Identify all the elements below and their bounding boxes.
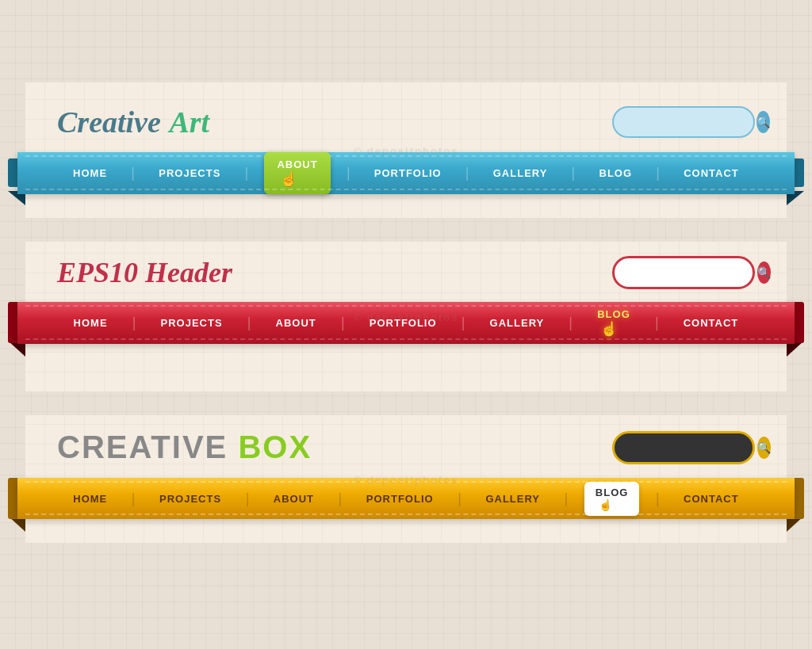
nav-orange-contact[interactable]: CONTACT bbox=[676, 487, 747, 511]
ribbon-orange-nav: HOME | PROJECTS | ABOUT | PORTFOLIO | GA… bbox=[17, 478, 795, 519]
ribbon-red: HOME | PROJECTS | ABOUT | PORTFOLIO | GA… bbox=[17, 302, 795, 344]
nav-divider: | bbox=[341, 315, 345, 331]
spacer-red bbox=[25, 344, 787, 368]
ribbon-blue-nav: HOME | PROJECTS | ABOUT☝ | PORTFOLIO | G… bbox=[17, 152, 795, 194]
nav-blue-gallery[interactable]: GALLERY bbox=[485, 161, 556, 185]
search-input-blue[interactable] bbox=[623, 116, 756, 128]
nav-blue-about[interactable]: ABOUT☝ bbox=[264, 152, 330, 194]
search-button-orange[interactable]: 🔍 bbox=[757, 437, 771, 459]
logo-creative-art: Creative Art bbox=[57, 105, 209, 139]
nav-blue-portfolio[interactable]: PORTFOLIO bbox=[366, 161, 450, 185]
nav-divider: | bbox=[347, 165, 350, 181]
nav-divider: | bbox=[462, 315, 465, 331]
cursor-icon: ☝ bbox=[280, 170, 298, 188]
nav-orange-gallery[interactable]: GALLERY bbox=[477, 487, 548, 511]
nav-orange: HOME | PROJECTS | ABOUT | PORTFOLIO | GA… bbox=[57, 482, 755, 516]
header-1: Creative Art 🔍 bbox=[25, 97, 787, 152]
ribbon-orange: HOME | PROJECTS | ABOUT | PORTFOLIO | GA… bbox=[17, 478, 795, 519]
header-2: EPS10 Header 🔍 bbox=[25, 242, 787, 302]
nav-divider: | bbox=[247, 315, 251, 331]
nav-blue-projects[interactable]: PROJECTS bbox=[151, 161, 228, 185]
section-orange: CREATIVE BOX 🔍 HOME | PROJECTS | ABOUT |… bbox=[25, 415, 787, 543]
creative-box-title: CREATIVE BOX bbox=[57, 429, 312, 465]
header-text: Header bbox=[145, 257, 232, 288]
search-input-red[interactable] bbox=[624, 267, 757, 279]
nav-divider: | bbox=[131, 165, 135, 181]
nav-divider: | bbox=[656, 165, 660, 181]
nav-divider: | bbox=[458, 491, 462, 507]
nav-red-about[interactable]: ABOUT bbox=[268, 311, 324, 335]
nav-red-projects[interactable]: PROJECTS bbox=[153, 311, 231, 335]
creative-gray-text: CREATIVE bbox=[57, 429, 228, 464]
nav-divider: | bbox=[565, 491, 569, 507]
nav-blue-home[interactable]: HOME bbox=[65, 161, 115, 185]
spacer-blue bbox=[25, 194, 787, 218]
search-box-blue[interactable]: 🔍 bbox=[612, 106, 755, 138]
ribbon-blue: HOME | PROJECTS | ABOUT☝ | PORTFOLIO | G… bbox=[17, 152, 795, 194]
nav-blue-blog[interactable]: BLOG bbox=[592, 161, 641, 185]
nav-divider: | bbox=[465, 165, 469, 181]
nav-red-blog[interactable]: BLOG☝ bbox=[589, 302, 638, 344]
page-wrapper: Creative Art 🔍 HOME | PROJECTS | ABOUT☝ … bbox=[25, 67, 787, 582]
nav-orange-home[interactable]: HOME bbox=[65, 487, 115, 511]
search-box-orange[interactable]: 🔍 bbox=[612, 431, 755, 464]
nav-orange-projects[interactable]: PROJECTS bbox=[151, 487, 229, 511]
box-green-text: BOX bbox=[228, 429, 312, 464]
section-red: EPS10 Header 🔍 HOME | PROJECTS | ABOUT |… bbox=[25, 242, 787, 391]
nav-divider: | bbox=[339, 491, 343, 507]
nav-divider: | bbox=[132, 315, 136, 331]
nav-divider: | bbox=[569, 315, 573, 331]
nav-divider: | bbox=[245, 165, 249, 181]
nav-blue-contact[interactable]: CONTACT bbox=[676, 161, 747, 185]
nav-red-home[interactable]: HOME bbox=[66, 311, 116, 335]
nav-orange-about[interactable]: ABOUT bbox=[266, 487, 322, 511]
logo-creative: Creative bbox=[57, 105, 161, 139]
nav-divider: | bbox=[655, 315, 659, 331]
cursor-icon-red: ☝ bbox=[600, 320, 619, 338]
search-button-blue[interactable]: 🔍 bbox=[756, 111, 770, 133]
nav-orange-portfolio[interactable]: PORTFOLIO bbox=[358, 487, 442, 511]
nav-blue: HOME | PROJECTS | ABOUT☝ | PORTFOLIO | G… bbox=[57, 152, 755, 194]
logo-art: Art bbox=[169, 105, 209, 139]
nav-divider: | bbox=[246, 491, 250, 507]
nav-divider: | bbox=[572, 165, 576, 181]
nav-red-portfolio[interactable]: PORTFOLIO bbox=[362, 311, 445, 335]
header-3: CREATIVE BOX 🔍 bbox=[25, 415, 787, 478]
nav-divider: | bbox=[132, 491, 136, 507]
nav-divider: | bbox=[656, 491, 660, 507]
nav-red: HOME | PROJECTS | ABOUT | PORTFOLIO | GA… bbox=[57, 302, 755, 344]
cursor-icon-orange: ☝ bbox=[599, 498, 613, 511]
eps10-text: EPS10 bbox=[57, 257, 145, 288]
section-blue: Creative Art 🔍 HOME | PROJECTS | ABOUT☝ … bbox=[25, 82, 787, 218]
search-box-red[interactable]: 🔍 bbox=[612, 256, 755, 289]
nav-red-gallery[interactable]: GALLERY bbox=[482, 311, 553, 335]
ribbon-red-nav: HOME | PROJECTS | ABOUT | PORTFOLIO | GA… bbox=[17, 302, 795, 344]
nav-orange-blog[interactable]: BLOG☝ bbox=[584, 482, 640, 516]
spacer-orange bbox=[25, 519, 787, 543]
nav-red-contact[interactable]: CONTACT bbox=[676, 311, 747, 335]
search-button-red[interactable]: 🔍 bbox=[757, 262, 771, 284]
search-input-orange[interactable] bbox=[624, 441, 757, 453]
eps10-title: EPS10 Header bbox=[57, 256, 232, 289]
